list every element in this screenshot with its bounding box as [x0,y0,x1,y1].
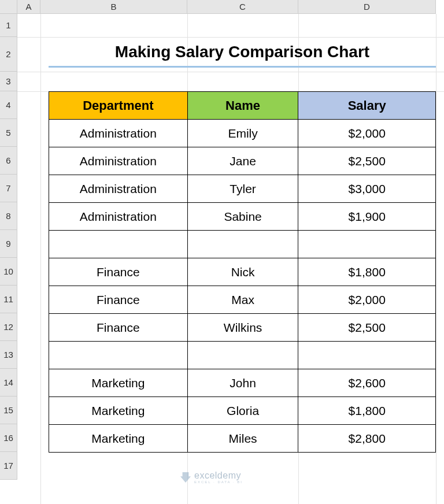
cell-salary[interactable]: $2,600 [298,369,436,397]
column-header-a[interactable]: A [17,0,40,14]
cell-department[interactable] [49,231,188,258]
cell-salary[interactable] [298,342,436,369]
row-header-11[interactable]: 11 [0,286,17,313]
cell-salary[interactable]: $2,500 [298,314,436,342]
cell-salary[interactable]: $1,900 [298,203,436,231]
cell-salary[interactable]: $2,800 [298,425,436,453]
watermark-sub: EXCEL · DATA · BI [194,480,243,484]
row-header-16[interactable]: 16 [0,424,17,452]
column-header-b[interactable]: B [40,0,187,14]
watermark-main: exceldemy [194,471,243,480]
watermark: exceldemy EXCEL · DATA · BI [180,471,243,484]
sheet-area[interactable]: Making Salary Comparison Chart Departmen… [17,14,444,504]
row-header-6[interactable]: 6 [0,147,17,175]
cell-name[interactable]: Max [187,286,298,314]
cell-name[interactable]: Jane [187,147,298,175]
cell-department[interactable]: Finance [49,314,188,342]
row-header-2[interactable]: 2 [0,37,17,72]
cell-department[interactable]: Administration [49,175,188,203]
cell-department[interactable]: Administration [49,120,188,147]
cell-name[interactable] [187,342,298,369]
header-department[interactable]: Department [49,92,188,120]
cell-name[interactable]: John [187,369,298,397]
table-row: AdministrationTyler$3,000 [49,175,436,203]
table-row [49,342,436,369]
row-header-13[interactable]: 13 [0,341,17,369]
table-row [49,231,436,258]
cell-name[interactable] [187,231,298,258]
cell-salary[interactable]: $2,000 [298,286,436,314]
cell-name[interactable]: Nick [187,258,298,286]
table-row: FinanceWilkins$2,500 [49,314,436,342]
table-header-row: Department Name Salary [49,92,436,120]
cell-salary[interactable]: $2,500 [298,147,436,175]
cell-name[interactable]: Gloria [187,397,298,425]
cell-department[interactable]: Marketing [49,369,188,397]
cell-name[interactable]: Wilkins [187,314,298,342]
cell-department[interactable]: Finance [49,258,188,286]
row-header-8[interactable]: 8 [0,202,17,230]
row-header-15[interactable]: 15 [0,396,17,424]
row-header-14[interactable]: 14 [0,369,17,396]
table-row: MarketingMiles$2,800 [49,425,436,453]
row-header-17[interactable]: 17 [0,452,17,480]
row-header-7[interactable]: 7 [0,175,17,202]
table-row: FinanceNick$1,800 [49,258,436,286]
cell-department[interactable] [49,342,188,369]
row-header-10[interactable]: 10 [0,258,17,286]
cell-department[interactable]: Finance [49,286,188,314]
cell-department[interactable]: Marketing [49,425,188,453]
table-row: MarketingJohn$2,600 [49,369,436,397]
row-header-12[interactable]: 12 [0,313,17,341]
select-all-corner[interactable] [0,0,17,14]
cell-department[interactable]: Administration [49,203,188,231]
table-row: FinanceMax$2,000 [49,286,436,314]
column-headers: A B C D [0,0,436,14]
cell-name[interactable]: Sabine [187,203,298,231]
cell-salary[interactable]: $1,800 [298,397,436,425]
spreadsheet-container: A B C D 1 2 3 4 5 6 7 8 9 10 11 12 13 14… [0,0,444,504]
row-header-3[interactable]: 3 [0,72,17,91]
cell-name[interactable]: Miles [187,425,298,453]
cell-name[interactable]: Tyler [187,175,298,203]
cell-name[interactable]: Emily [187,120,298,147]
row-header-5[interactable]: 5 [0,119,17,147]
exceldemy-icon [180,472,191,483]
table-row: MarketingGloria$1,800 [49,397,436,425]
table-row: AdministrationJane$2,500 [49,147,436,175]
title-underline [49,66,436,68]
row-header-4[interactable]: 4 [0,91,17,119]
column-header-d[interactable]: D [298,0,436,14]
row-headers: 1 2 3 4 5 6 7 8 9 10 11 12 13 14 15 16 1… [0,14,17,480]
table-row: AdministrationSabine$1,900 [49,203,436,231]
cell-salary[interactable]: $2,000 [298,120,436,147]
row-header-9[interactable]: 9 [0,230,17,258]
header-name[interactable]: Name [187,92,298,120]
cell-department[interactable]: Marketing [49,397,188,425]
header-salary[interactable]: Salary [298,92,436,120]
salary-table: Department Name Salary AdministrationEmi… [49,91,436,453]
page-title: Making Salary Comparison Chart [49,43,436,65]
cell-department[interactable]: Administration [49,147,188,175]
row-header-1[interactable]: 1 [0,14,17,37]
table-row: AdministrationEmily$2,000 [49,120,436,147]
cell-salary[interactable] [298,231,436,258]
column-header-c[interactable]: C [187,0,298,14]
cell-salary[interactable]: $3,000 [298,175,436,203]
cell-salary[interactable]: $1,800 [298,258,436,286]
title-cell[interactable]: Making Salary Comparison Chart [49,43,436,68]
